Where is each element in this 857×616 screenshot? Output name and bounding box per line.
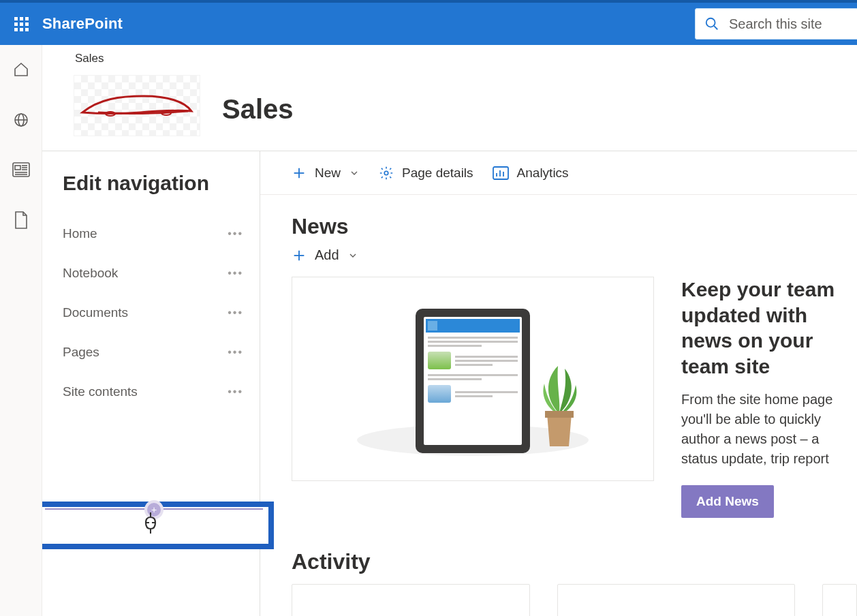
analytics-label: Analytics [517,166,569,181]
nav-item-home[interactable]: Home ••• [63,214,260,253]
new-button[interactable]: New [292,166,360,181]
nav-item-notebook[interactable]: Notebook ••• [63,253,260,293]
nav-item-site-contents[interactable]: Site contents ••• [63,372,260,412]
main-pane: New Page details [260,151,857,616]
waffle-icon [14,17,29,31]
nav-item-label: Home [63,226,228,241]
chevron-down-icon [349,168,360,179]
add-news-button-label: Add News [696,494,759,509]
page-details-label: Page details [402,166,473,181]
more-icon[interactable]: ••• [228,228,243,240]
gear-icon [379,166,394,181]
activity-cards [292,584,857,616]
plus-icon [292,166,307,181]
page-details-button[interactable]: Page details [379,166,473,181]
activity-card[interactable] [822,584,857,616]
search-box[interactable]: Search this site [695,8,857,40]
activity-card[interactable] [557,584,796,616]
search-icon [704,16,719,31]
breadcrumb[interactable]: Sales [75,52,104,65]
nav-item-pages[interactable]: Pages ••• [63,333,260,372]
search-placeholder: Search this site [729,16,822,32]
more-icon[interactable]: ••• [228,267,243,279]
app-rail [0,45,42,616]
more-icon[interactable]: ••• [228,346,243,358]
nav-item-label: Documents [63,305,228,320]
nav-item-label: Site contents [63,384,228,399]
site-logo[interactable] [74,75,200,136]
command-bar: New Page details [260,151,857,195]
svg-rect-23 [545,411,574,418]
add-news-dropdown[interactable]: Add [292,247,857,263]
nav-item-documents[interactable]: Documents ••• [63,293,260,333]
rail-files-icon[interactable] [14,211,29,232]
rail-news-icon[interactable] [12,162,30,180]
news-text: Keep your team updated with news on your… [681,277,857,518]
news-body: From the site home page you'll be able t… [681,390,857,469]
rail-globe-icon[interactable] [13,112,29,131]
more-icon[interactable]: ••• [228,386,243,398]
site-title: Sales [222,94,294,125]
svg-point-0 [706,18,715,27]
edit-navigation-pane: Edit navigation Home ••• Notebook ••• Do… [42,151,260,616]
svg-rect-17 [493,167,508,179]
news-headline: Keep your team updated with news on your… [681,277,857,379]
cursor-icon [144,511,163,534]
svg-rect-6 [15,166,20,170]
nav-item-label: Pages [63,345,228,360]
plus-icon [292,248,307,263]
suite-bar: SharePoint Search this site [0,0,857,45]
nav-item-label: Notebook [63,266,228,281]
analytics-button[interactable]: Analytics [493,166,569,181]
news-title: News [292,214,857,239]
plant-illustration [532,359,587,455]
analytics-icon [493,166,509,180]
chevron-down-icon [347,250,358,261]
app-launcher-button[interactable] [0,3,42,45]
tablet-illustration [416,309,530,453]
add-label: Add [315,247,339,263]
site-header: Sales [42,45,857,151]
svg-line-1 [714,26,717,29]
add-news-button[interactable]: Add News [681,485,774,518]
activity-title: Activity [292,549,857,574]
nav-heading: Edit navigation [63,172,260,195]
suite-brand[interactable]: SharePoint [42,15,123,33]
more-icon[interactable]: ••• [228,307,243,319]
new-label: New [315,166,341,181]
svg-point-16 [384,171,388,175]
nav-insert-slot[interactable]: + [42,502,274,549]
rail-home-icon[interactable] [13,61,29,80]
news-row: Keep your team updated with news on your… [292,277,857,518]
news-hero-image [292,277,654,481]
activity-card[interactable] [292,584,530,616]
